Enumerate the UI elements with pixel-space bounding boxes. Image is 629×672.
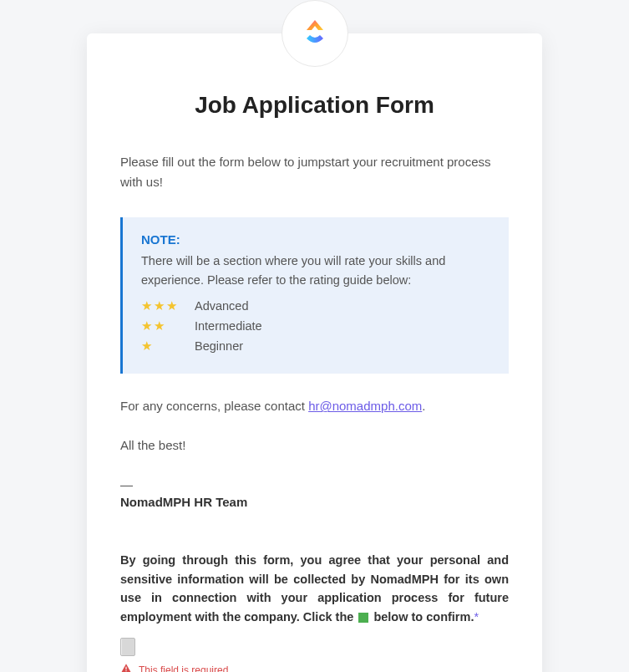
required-asterisk: * — [474, 610, 479, 624]
form-card: Job Application Form Please fill out the… — [87, 33, 542, 672]
error-row: This field is required. — [120, 663, 509, 672]
contact-suffix: . — [422, 399, 425, 413]
stars-3: ★ ★ ★ — [141, 298, 191, 313]
star-icon: ★ — [141, 298, 152, 313]
contact-text: For any concerns, please contact hr@noma… — [120, 399, 509, 413]
stars-2: ★ ★ — [141, 318, 191, 333]
star-icon: ★ — [154, 298, 165, 313]
intro-text: Please fill out the form below to jumpst… — [120, 152, 509, 192]
warning-icon — [120, 663, 132, 672]
star-icon: ★ — [166, 298, 177, 313]
consent-part2: below to confirm. — [373, 610, 474, 624]
rating-row-intermediate: ★ ★ Intermediate — [141, 318, 490, 333]
rating-label: Beginner — [195, 339, 243, 353]
contact-prefix: For any concerns, please contact — [120, 399, 308, 413]
page-title: Job Application Form — [120, 92, 509, 119]
rating-label: Intermediate — [195, 319, 262, 333]
error-text: This field is required. — [139, 664, 231, 672]
note-title: NOTE: — [141, 232, 490, 247]
contact-email-link[interactable]: hr@nomadmph.com — [308, 399, 422, 413]
note-box: NOTE: There will be a section where you … — [120, 217, 509, 374]
rating-row-beginner: ★ Beginner — [141, 339, 490, 354]
clickup-logo-icon — [298, 17, 332, 50]
closing-text: All the best! — [120, 438, 509, 452]
star-icon: ★ — [154, 318, 165, 333]
note-description: There will be a section where you will r… — [141, 252, 490, 290]
consent-text: By going through this form, you agree th… — [120, 551, 509, 626]
signature-dash: — — [120, 477, 509, 491]
star-icon: ★ — [141, 339, 152, 354]
signature-text: NomadMPH HR Team — [120, 495, 509, 509]
consent-checkbox[interactable] — [120, 638, 135, 656]
stars-1: ★ — [141, 339, 191, 354]
rating-row-advanced: ★ ★ ★ Advanced — [141, 298, 490, 313]
svg-rect-0 — [125, 667, 126, 670]
green-square-icon — [358, 613, 368, 623]
rating-label: Advanced — [195, 299, 249, 313]
star-icon: ★ — [141, 318, 152, 333]
brand-logo — [282, 0, 348, 67]
svg-rect-1 — [125, 670, 126, 671]
